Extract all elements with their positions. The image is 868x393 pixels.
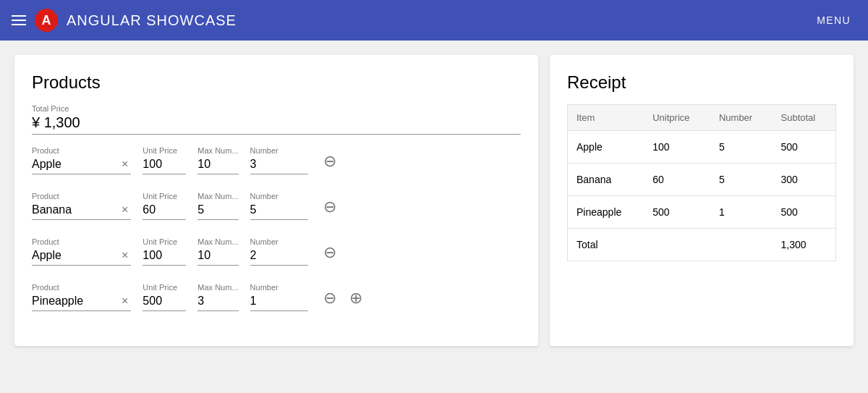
receipt-header-row: Item Unitprice Number Subtotal [568,105,836,131]
receipt-cell-unitprice: 60 [644,164,710,196]
product-row: Product×Unit PriceMax Num...Number⊖ [32,237,521,271]
total-value: 1,300 [773,229,836,261]
max-num-field-group: Max Num... [197,146,238,174]
product-rows-container: Product×Unit PriceMax Num...Number⊖Produ… [32,146,521,317]
remove-row-button[interactable]: ⊖ [320,288,340,308]
number-input[interactable] [250,203,308,220]
receipt-cell-number: 5 [710,164,773,196]
angular-logo: A [35,9,58,32]
max-num-field-group: Max Num... [197,283,238,311]
total-price-section: Total Price ¥ 1,300 [32,104,521,135]
product-row: Product×Unit PriceMax Num...Number⊖ [32,146,521,180]
number-label: Number [250,192,308,200]
action-buttons: ⊖ [320,242,340,266]
unit-price-input-wrapper [142,295,186,311]
clear-product-button[interactable]: × [119,204,131,216]
unit-price-input-wrapper [142,203,186,220]
product-label: Product [32,192,131,200]
product-input[interactable] [32,295,119,308]
receipt-title: Receipt [567,72,836,93]
max-num-field-group: Max Num... [197,192,238,220]
receipt-cell-subtotal: 500 [773,196,836,229]
number-input[interactable] [250,295,308,311]
total-unitprice-empty [644,229,710,261]
max-num-input[interactable] [197,249,230,262]
product-input[interactable] [32,158,119,171]
receipt-cell-item: Banana [568,164,644,196]
product-row: Product×Unit PriceMax Num...Number⊖⊕ [32,283,521,317]
number-label: Number [250,146,308,155]
clear-product-button[interactable]: × [119,295,131,307]
unit-price-field-group: Unit Price [142,237,186,266]
col-number: Number [710,105,773,131]
unit-price-field-group: Unit Price [142,146,186,174]
total-price-label: Total Price [32,104,521,113]
number-field-group: Number [250,146,308,174]
max-num-input-wrapper [197,249,238,266]
receipt-data-row: Banana605300 [568,164,836,196]
receipt-data-row: Apple1005500 [568,131,836,164]
max-num-input[interactable] [197,295,230,308]
unit-price-field-group: Unit Price [142,283,186,311]
receipt-cell-unitprice: 500 [644,196,710,229]
unit-price-input[interactable] [142,249,186,262]
max-num-input-wrapper [197,203,238,220]
remove-row-button[interactable]: ⊖ [320,242,340,263]
col-item: Item [568,105,644,131]
number-input[interactable] [250,249,308,266]
product-input-wrapper: × [32,158,131,174]
product-input-wrapper: × [32,295,131,311]
products-card: Products Total Price ¥ 1,300 Product×Uni… [14,55,538,346]
receipt-cell-subtotal: 300 [773,164,836,196]
max-num-label: Max Num... [197,283,238,292]
unit-price-label: Unit Price [142,146,186,155]
product-input[interactable] [32,249,119,262]
receipt-total-row: Total1,300 [568,229,836,261]
receipt-cell-item: Pineapple [568,196,644,229]
action-buttons: ⊖ [320,151,340,174]
max-num-input[interactable] [197,203,230,216]
product-label: Product [32,283,131,292]
menu-button[interactable]: MENU [811,9,856,32]
number-label: Number [250,237,308,246]
clear-product-button[interactable]: × [119,159,131,170]
app-title: ANGULAR SHOWCASE [67,12,237,29]
receipt-table: Item Unitprice Number Subtotal Apple1005… [567,104,836,261]
product-input[interactable] [32,203,119,216]
max-num-field-group: Max Num... [197,237,238,266]
product-field-group: Product× [32,237,131,266]
number-input[interactable] [250,158,308,174]
max-num-label: Max Num... [197,192,238,200]
clear-product-button[interactable]: × [119,250,131,261]
remove-row-button[interactable]: ⊖ [320,197,340,217]
receipt-cell-unitprice: 100 [644,131,710,164]
product-input-wrapper: × [32,249,131,266]
product-field-group: Product× [32,283,131,311]
add-row-button[interactable]: ⊕ [346,288,366,308]
unit-price-input[interactable] [142,203,186,216]
number-field-group: Number [250,192,308,220]
unit-price-field-group: Unit Price [142,192,186,220]
unit-price-input[interactable] [142,295,186,308]
product-label: Product [32,237,131,246]
col-subtotal: Subtotal [773,105,836,131]
receipt-body: Apple1005500Banana605300Pineapple5001500… [568,131,836,261]
product-input-wrapper: × [32,203,131,220]
receipt-cell-number: 5 [710,131,773,164]
number-label: Number [250,283,308,292]
hamburger-icon[interactable] [12,15,26,25]
unit-price-label: Unit Price [142,283,186,292]
max-num-input-wrapper [197,295,238,311]
total-label: Total [568,229,644,261]
remove-row-button[interactable]: ⊖ [320,151,340,172]
unit-price-label: Unit Price [142,192,186,200]
receipt-cell-number: 1 [710,196,773,229]
product-field-group: Product× [32,146,131,174]
receipt-card: Receipt Item Unitprice Number Subtotal A… [550,55,854,346]
action-buttons: ⊖ [320,197,340,220]
unit-price-input[interactable] [142,158,186,171]
total-price-value: ¥ 1,300 [32,114,521,131]
action-buttons: ⊖⊕ [320,288,366,311]
product-label: Product [32,146,131,155]
max-num-input[interactable] [197,158,230,171]
